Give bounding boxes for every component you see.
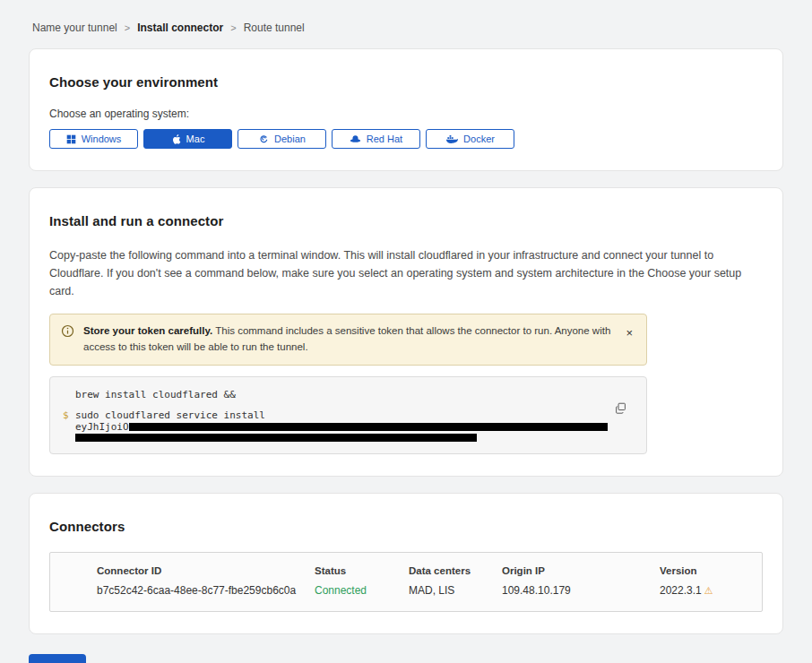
os-button-label: Mac xyxy=(186,133,205,144)
os-button-redhat[interactable]: Red Hat xyxy=(332,129,420,149)
windows-icon xyxy=(66,134,76,144)
close-icon[interactable]: × xyxy=(623,325,635,340)
install-instructions: Copy-paste the following command into a … xyxy=(49,246,763,300)
page: Name your tunnel > Install connector > R… xyxy=(0,0,812,663)
warning-icon: ⚠ xyxy=(704,585,713,596)
col-header-version: Version xyxy=(660,565,747,576)
cell-data-centers: MAD, LIS xyxy=(409,584,502,597)
os-button-windows[interactable]: Windows xyxy=(49,129,138,149)
col-header-origin-ip: Origin IP xyxy=(502,565,660,576)
token-warning-banner: Store your token carefully. This command… xyxy=(49,314,647,366)
next-button[interactable]: Next xyxy=(29,654,86,663)
redacted-token-bar xyxy=(75,434,477,442)
install-card-title: Install and run a connector xyxy=(49,213,763,228)
os-button-label: Docker xyxy=(463,133,495,144)
info-icon xyxy=(61,324,74,341)
cell-connector-id: b7c52c42-6caa-48ee-8c77-fbe259cb6c0a xyxy=(97,584,315,597)
redhat-icon xyxy=(350,134,361,143)
connectors-table: Connector ID Status Data centers Origin … xyxy=(49,552,763,612)
token-warning-text: Store your token carefully. This command… xyxy=(83,323,614,356)
col-header-status: Status xyxy=(315,565,409,576)
breadcrumb-name-your-tunnel[interactable]: Name your tunnel xyxy=(32,22,117,34)
environment-card: Choose your environment Choose an operat… xyxy=(29,48,783,171)
breadcrumb: Name your tunnel > Install connector > R… xyxy=(29,0,783,48)
debian-icon xyxy=(258,133,269,144)
code-line-text: sudo cloudflared service install xyxy=(75,409,265,422)
os-button-label: Windows xyxy=(82,133,122,144)
col-header-data-centers: Data centers xyxy=(409,565,502,576)
install-command-code-block: brew install cloudflared && $ sudo cloud… xyxy=(49,376,647,454)
redacted-token-bar xyxy=(129,423,608,431)
os-button-group: Windows Mac Debian Red Hat xyxy=(49,129,763,149)
cell-origin-ip: 109.48.10.179 xyxy=(502,584,660,597)
breadcrumb-separator: > xyxy=(230,22,236,33)
os-button-label: Red Hat xyxy=(367,133,402,144)
apple-icon xyxy=(171,133,181,145)
connectors-card: Connectors Connector ID Status Data cent… xyxy=(29,493,783,634)
breadcrumb-install-connector[interactable]: Install connector xyxy=(137,22,223,34)
version-value: 2022.3.1 xyxy=(660,584,702,597)
connectors-card-title: Connectors xyxy=(49,519,763,534)
token-line: eyJhIjoiO xyxy=(63,422,605,433)
os-select-label: Choose an operating system: xyxy=(49,108,763,120)
code-line-service-install: $ sudo cloudflared service install xyxy=(63,409,605,422)
copy-icon[interactable] xyxy=(613,400,628,418)
breadcrumb-separator: > xyxy=(125,22,130,33)
status-badge: Connected xyxy=(315,584,409,597)
shell-prompt: $ xyxy=(63,409,75,422)
breadcrumb-route-tunnel[interactable]: Route tunnel xyxy=(244,22,305,34)
docker-icon xyxy=(445,134,458,144)
os-button-label: Debian xyxy=(274,133,306,144)
environment-card-title: Choose your environment xyxy=(49,74,763,90)
os-button-debian[interactable]: Debian xyxy=(238,129,326,149)
os-button-mac[interactable]: Mac xyxy=(143,129,232,149)
cell-version: 2022.3.1⚠ xyxy=(660,584,747,597)
token-warning-title: Store your token carefully. xyxy=(83,325,212,336)
os-button-docker[interactable]: Docker xyxy=(426,129,514,149)
col-header-connector-id: Connector ID xyxy=(97,565,315,576)
code-line-brew-install: brew install cloudflared && xyxy=(63,389,605,401)
token-prefix: eyJhIjoiO xyxy=(75,422,129,433)
install-connector-card: Install and run a connector Copy-paste t… xyxy=(29,187,783,477)
